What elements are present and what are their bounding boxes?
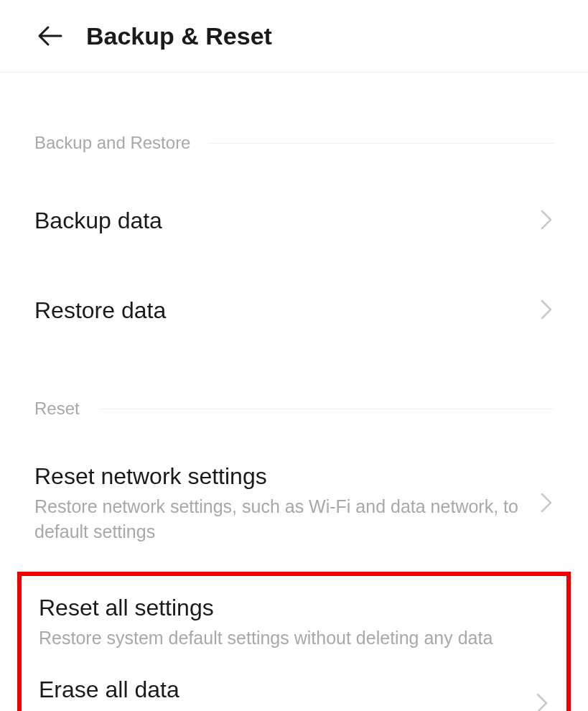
list-item-text: Backup data: [34, 208, 531, 234]
chevron-right-icon: [539, 491, 554, 517]
header-bar: Backup & Reset: [0, 0, 588, 73]
chevron-right-icon: [539, 298, 554, 324]
list-item-title: Reset all settings: [39, 595, 549, 621]
list-item-text: Reset all settings Restore system defaul…: [39, 595, 549, 651]
list-item-backup-data[interactable]: Backup data: [0, 189, 588, 253]
section-header-backup: Backup and Restore: [0, 133, 588, 153]
chevron-right-icon: [535, 692, 549, 711]
list-item-restore-data[interactable]: Restore data: [0, 279, 588, 343]
list-item-text: Restore data: [34, 297, 531, 324]
highlight-annotation: Reset all settings Restore system defaul…: [17, 572, 571, 711]
back-arrow-icon[interactable]: [34, 20, 66, 52]
list-item-subtitle: Restore network settings, such as Wi-Fi …: [34, 494, 531, 544]
list-item-title: Reset network settings: [34, 463, 531, 490]
list-item-title: Backup data: [34, 208, 531, 234]
content-area: Backup and Restore Backup data Restore d…: [0, 133, 588, 711]
chevron-right-icon: [539, 208, 554, 234]
list-item-title: Erase all data: [39, 677, 526, 703]
list-item-text: Reset network settings Restore network s…: [34, 463, 531, 544]
list-item-subtitle: Restore system default settings without …: [39, 626, 549, 651]
list-item-reset-network[interactable]: Reset network settings Restore network s…: [0, 445, 588, 563]
list-item-subtitle: Clear all data on your phone: [39, 707, 526, 711]
list-item-erase-all[interactable]: Erase all data Clear all data on your ph…: [22, 664, 566, 711]
section-header-reset: Reset: [0, 399, 588, 419]
page-title: Backup & Reset: [86, 22, 272, 50]
list-item-reset-all[interactable]: Reset all settings Restore system defaul…: [22, 582, 566, 664]
spacer: [0, 253, 588, 279]
list-item-title: Restore data: [34, 297, 531, 324]
list-item-text: Erase all data Clear all data on your ph…: [39, 677, 526, 711]
